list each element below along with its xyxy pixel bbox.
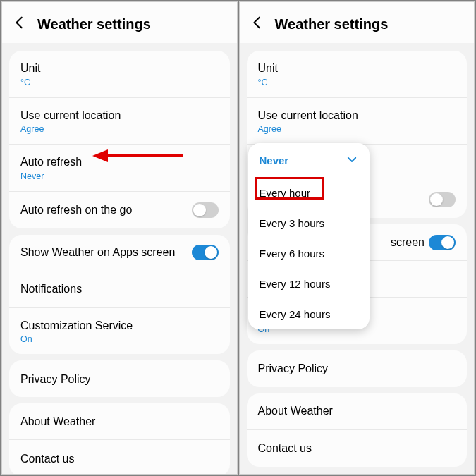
dropdown-item-3[interactable]: Every 12 hours [248, 269, 370, 299]
row-about[interactable]: About Weather [247, 393, 468, 430]
dropdown-selected-label: Never [260, 154, 289, 166]
label-about: About Weather [258, 403, 456, 419]
label-customization: Customization Service [20, 318, 219, 334]
row-contact[interactable]: Contact us [9, 440, 230, 475]
header: Weather settings [2, 2, 237, 43]
value-location: Agree [20, 124, 219, 134]
row-customization[interactable]: Customization Service On [9, 308, 230, 355]
chevron-down-icon [346, 153, 358, 168]
value-unit: °C [258, 78, 456, 87]
label-location: Use current location [20, 108, 219, 123]
back-icon[interactable] [12, 15, 28, 33]
label-unit: Unit [20, 61, 219, 76]
dropdown-item-0[interactable]: Every hour [248, 178, 370, 208]
label-privacy: Privacy Policy [258, 361, 456, 377]
header: Weather settings [240, 2, 475, 43]
row-location[interactable]: Use current location Agree [247, 98, 468, 145]
label-unit: Unit [258, 61, 456, 76]
settings-group-1: Unit °C Use current location Agree Auto … [9, 51, 230, 228]
toggle-onthego[interactable] [192, 202, 219, 218]
screen-left: Weather settings Unit °C Use current loc… [1, 1, 238, 475]
label-autorefresh: Auto refresh [20, 154, 219, 170]
autorefresh-dropdown: Never Every hour Every 3 hours Every 6 h… [248, 143, 370, 329]
screen-right: Weather settings Unit °C Use current loc… [239, 1, 475, 475]
row-autorefresh[interactable]: Auto refresh Never [9, 145, 230, 192]
label-privacy: Privacy Policy [20, 372, 219, 387]
value-customization: On [20, 334, 219, 344]
value-autorefresh: Never [20, 171, 219, 181]
label-contact: Contact us [20, 451, 219, 467]
label-about: About Weather [20, 414, 219, 429]
settings-group-3: Privacy Policy [9, 360, 230, 397]
toggle-onthego[interactable] [429, 192, 456, 207]
label-appscreen: Show Weather on Apps screen [20, 245, 192, 260]
row-privacy[interactable]: Privacy Policy [247, 350, 468, 387]
settings-group-4: About Weather Contact us [247, 393, 468, 467]
row-privacy[interactable]: Privacy Policy [9, 360, 230, 397]
row-onthego[interactable]: Auto refresh on the go [9, 192, 230, 228]
label-notifications: Notifications [20, 281, 219, 297]
dropdown-item-1[interactable]: Every 3 hours [248, 208, 370, 238]
settings-group-4: About Weather Contact us [9, 403, 230, 475]
toggle-appscreen[interactable] [192, 245, 219, 260]
value-location: Agree [258, 124, 456, 134]
value-unit: °C [20, 78, 219, 87]
row-contact[interactable]: Contact us [247, 430, 468, 467]
label-contact: Contact us [258, 441, 456, 456]
page-title: Weather settings [275, 16, 389, 32]
row-unit[interactable]: Unit °C [247, 51, 468, 98]
label-location: Use current location [258, 108, 456, 123]
row-notifications[interactable]: Notifications [9, 271, 230, 308]
dropdown-item-4[interactable]: Every 24 hours [248, 299, 370, 329]
toggle-appscreen[interactable] [429, 235, 456, 250]
row-unit[interactable]: Unit °C [9, 51, 230, 98]
settings-group-2: Show Weather on Apps screen Notification… [9, 235, 230, 355]
dropdown-item-2[interactable]: Every 6 hours [248, 238, 370, 269]
dropdown-selected[interactable]: Never [248, 143, 370, 178]
label-onthego: Auto refresh on the go [20, 202, 192, 218]
row-location[interactable]: Use current location Agree [9, 98, 230, 145]
back-icon[interactable] [250, 15, 265, 33]
page-title: Weather settings [37, 16, 151, 32]
row-appscreen[interactable]: Show Weather on Apps screen [9, 235, 230, 271]
row-about[interactable]: About Weather [9, 403, 230, 440]
settings-group-3: Privacy Policy [247, 350, 468, 387]
